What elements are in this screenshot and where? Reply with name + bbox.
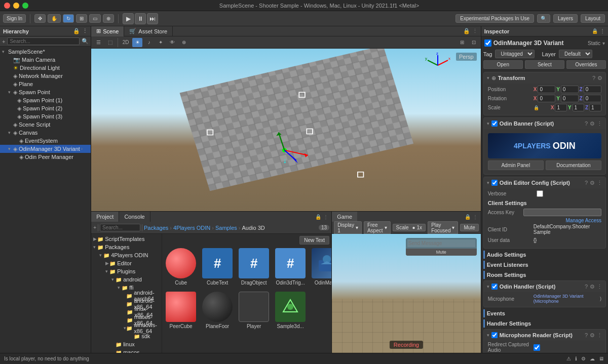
- add-folder-icon[interactable]: +: [93, 225, 96, 230]
- access-key-input[interactable]: [523, 209, 601, 216]
- chat-input[interactable]: [407, 239, 475, 247]
- tree-macos2[interactable]: 📁 macos: [91, 348, 162, 353]
- lock4-icon[interactable]: 🔒: [465, 214, 471, 220]
- lock3-icon[interactable]: 🔒: [315, 214, 321, 220]
- audio-btn[interactable]: ♪: [144, 38, 154, 47]
- sx-input[interactable]: [555, 104, 566, 111]
- mic-reader-settings-icon[interactable]: ⚙: [590, 332, 595, 339]
- game-tab[interactable]: Game: [332, 212, 357, 222]
- rotate-tool[interactable]: ↻: [63, 14, 74, 23]
- banner-enabled-checkbox[interactable]: [491, 120, 498, 127]
- hierarchy-item-odinmanager[interactable]: ▾ ◈ OdinManager 3D Variant ›: [0, 145, 91, 153]
- tree-android[interactable]: ▾ 📁 android: [91, 275, 162, 284]
- rot-y-input[interactable]: [561, 95, 579, 102]
- game-viewport[interactable]: Mute Recording: [332, 234, 481, 353]
- wireframe-btn[interactable]: ⬚: [105, 38, 115, 47]
- breadcrumb-packages[interactable]: Packages: [144, 225, 168, 231]
- status-cloud-icon[interactable]: ☁: [590, 356, 595, 361]
- fx-btn[interactable]: ✦: [156, 38, 166, 47]
- display-dropdown[interactable]: Display 1 ▾: [334, 221, 362, 234]
- rot-x-input[interactable]: [538, 95, 555, 102]
- menu-icon[interactable]: ⋮: [82, 28, 88, 34]
- editor-config-header[interactable]: ▾ Odin Editor Config (Script) ? ⚙ ⋮: [484, 177, 605, 188]
- shaded-btn[interactable]: ☰: [93, 38, 103, 47]
- hierarchy-item-spawn-point-3[interactable]: ◈ Spawn Point (3): [0, 112, 91, 120]
- mic-reader-enabled-checkbox[interactable]: [491, 332, 498, 338]
- asset-planefloor[interactable]: PlaneFoor: [201, 290, 234, 331]
- tree-packages[interactable]: ▾ 📁 Packages: [91, 243, 162, 251]
- menu5-icon[interactable]: ⋮: [600, 28, 605, 34]
- hierarchy-item-directional-light[interactable]: ☀ Directional Light: [0, 64, 91, 72]
- close-button[interactable]: [4, 3, 10, 9]
- account-button[interactable]: Sign In: [3, 14, 26, 23]
- layer-dropdown[interactable]: Default: [559, 50, 592, 58]
- scene-viewport[interactable]: ↓ x y z Persp: [91, 49, 481, 211]
- odin-banner-header[interactable]: ▾ Odin Banner (Script) ? ⚙ ⋮: [484, 118, 605, 129]
- 2d-btn[interactable]: 2D: [121, 38, 131, 47]
- plus-icon[interactable]: +: [2, 38, 5, 45]
- handler-settings-icon[interactable]: ⚙: [590, 284, 595, 290]
- console-tab[interactable]: Console: [119, 212, 150, 222]
- pause-button[interactable]: ⏸: [135, 13, 146, 24]
- hierarchy-item-spawn-point-1[interactable]: ◈ Spawn Point (1): [0, 96, 91, 104]
- hierarchy-search-input[interactable]: [7, 37, 80, 45]
- config-menu-icon[interactable]: ⋮: [597, 180, 602, 186]
- rot-z-input[interactable]: [584, 95, 601, 102]
- transform-header[interactable]: ▾ ⊕ Transform ? ⚙: [484, 72, 605, 84]
- hierarchy-item-scene-script[interactable]: ◈ Scene Script: [0, 120, 91, 129]
- lock-icon[interactable]: 🔒: [73, 28, 80, 34]
- asset-sample3d[interactable]: Sample3d...: [274, 290, 307, 331]
- static-arrow-icon[interactable]: ▾: [602, 41, 605, 46]
- hierarchy-item-odin-peer[interactable]: ◈ Odin Peer Manager: [0, 153, 91, 161]
- tree-plugins[interactable]: ▾ 📁 Plugins: [91, 267, 162, 275]
- scale-control[interactable]: Scale ● 1x: [393, 224, 426, 231]
- mic-reader-menu-icon[interactable]: ⋮: [597, 332, 602, 339]
- maximize-button[interactable]: [22, 3, 28, 9]
- lock5-icon[interactable]: 🔒: [592, 28, 598, 34]
- documentation-btn[interactable]: Documentation: [546, 160, 601, 170]
- banner-info-icon[interactable]: ?: [585, 120, 588, 127]
- snap-btn[interactable]: ⊡: [469, 38, 479, 47]
- minimize-button[interactable]: [13, 3, 19, 9]
- tree-editor[interactable]: ▶ 📁 Editor: [91, 259, 162, 267]
- grid-btn[interactable]: ⊞: [457, 38, 467, 47]
- scene-vis-btn[interactable]: 👁: [167, 38, 177, 47]
- handler-info-icon[interactable]: ?: [585, 284, 588, 290]
- verbose-checkbox[interactable]: [537, 190, 543, 197]
- pos-y-input[interactable]: [561, 86, 579, 93]
- rect-tool[interactable]: ▭: [89, 14, 101, 23]
- redirect-checkbox[interactable]: [534, 344, 540, 351]
- project-search-input[interactable]: [100, 224, 140, 231]
- status-info-icon[interactable]: ℹ: [575, 356, 577, 361]
- breadcrumb-samples[interactable]: Samples: [215, 225, 237, 231]
- hierarchy-item-spawn-point-2[interactable]: ◈ Spawn Point (2): [0, 104, 91, 112]
- hand-tool[interactable]: ✋: [48, 14, 61, 23]
- layout-button[interactable]: Layout: [581, 14, 605, 23]
- hierarchy-item-spawn-point[interactable]: ▾ ◈ Spawn Point: [0, 88, 91, 96]
- hierarchy-item-eventsystem[interactable]: ◈ EventSystem: [0, 137, 91, 145]
- tree-scripttemplates[interactable]: ▶ 📁 ScriptTemplates: [91, 235, 162, 243]
- mic-reader-info-icon[interactable]: ?: [585, 332, 588, 339]
- variant-overrides-btn[interactable]: Overrides: [566, 60, 606, 69]
- hierarchy-item-network-manager[interactable]: ◈ Network Manager: [0, 72, 91, 80]
- scale-tool[interactable]: ⊞: [76, 14, 87, 23]
- menu4-icon[interactable]: ⋮: [473, 214, 478, 220]
- banner-settings-icon[interactable]: ⚙: [590, 120, 595, 127]
- hierarchy-item-canvas[interactable]: ▾ ◈ Canvas: [0, 129, 91, 137]
- play-button[interactable]: ▶: [123, 13, 134, 24]
- config-settings-icon[interactable]: ⚙: [590, 180, 595, 186]
- microphone-reader-header[interactable]: ▾ Microphone Reader (Script) ? ⚙ ⋮: [484, 330, 605, 341]
- variant-open-btn[interactable]: Open: [483, 60, 523, 69]
- step-button[interactable]: ⏭: [147, 13, 158, 24]
- tag-dropdown[interactable]: Untagged: [495, 50, 535, 58]
- asset-store-tab[interactable]: 🛒 Asset Store: [124, 26, 173, 36]
- transform-settings-icon[interactable]: ⚙: [597, 75, 602, 82]
- handler-menu-icon[interactable]: ⋮: [597, 284, 602, 290]
- config-info-icon[interactable]: ?: [585, 180, 588, 186]
- scene-tab[interactable]: ⊞ Scene: [91, 26, 124, 36]
- status-monitor-icon[interactable]: 🖥: [599, 356, 604, 361]
- handler-enabled-checkbox[interactable]: [491, 284, 498, 290]
- layers-button[interactable]: Layers: [553, 14, 578, 23]
- admin-panel-btn[interactable]: Admin Panel: [488, 160, 544, 170]
- transform-info-icon[interactable]: ?: [592, 75, 595, 82]
